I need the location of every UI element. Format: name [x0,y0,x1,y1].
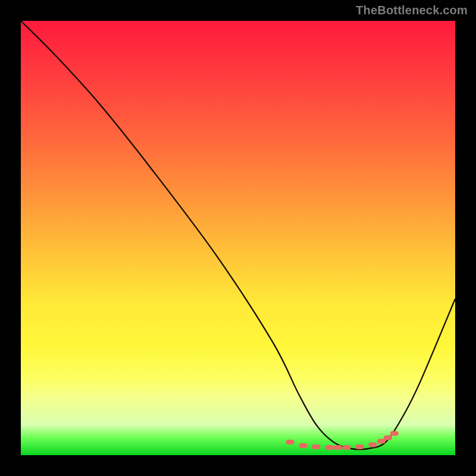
curve-marker [286,440,295,444]
curve-marker [312,444,320,449]
bottleneck-curve [21,21,455,455]
curve-marker [384,436,392,440]
curve-marker [343,445,351,450]
curve-marker [334,445,342,450]
curve-marker [390,431,399,436]
watermark-text: TheBottleneck.com [356,4,468,17]
curve-marker [355,444,364,449]
curve-marker [377,439,386,444]
curve-marker [299,443,308,448]
curve-line [21,21,455,449]
curve-marker [368,443,377,447]
curve-marker [325,445,333,450]
